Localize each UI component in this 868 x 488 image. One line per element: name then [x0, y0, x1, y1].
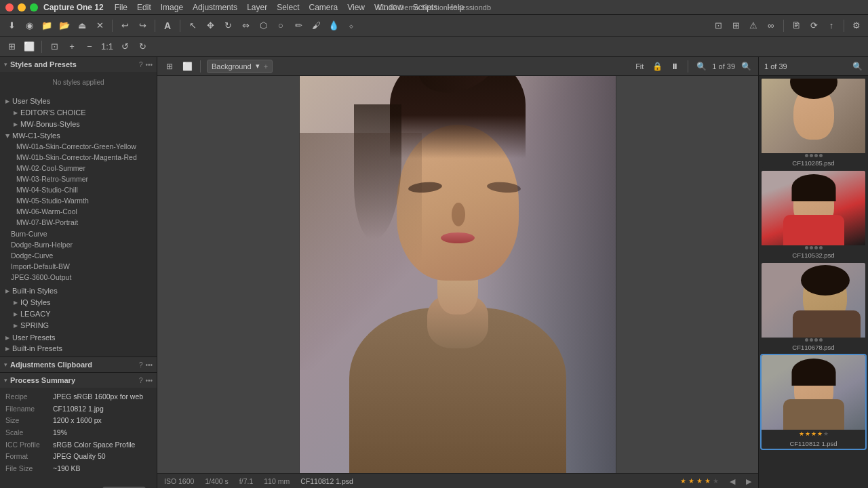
keystone-icon[interactable]: ⬡	[256, 18, 271, 33]
compare-icon[interactable]: ⊡	[711, 18, 726, 33]
search-icon[interactable]: 🔍	[694, 60, 708, 73]
proc-help-icon[interactable]: ?	[139, 377, 143, 384]
menu-select[interactable]: Select	[277, 3, 299, 12]
redo-icon[interactable]: ↪	[135, 18, 150, 33]
iq-styles-header[interactable]: ▶ IQ Styles	[0, 297, 157, 308]
style-mw-04[interactable]: MW-04-Studio-Chill	[0, 184, 157, 195]
rotate-icon[interactable]: ↻	[220, 18, 235, 33]
style-mw-05[interactable]: MW-05-Studio-Warmth	[0, 195, 157, 206]
rotate-ccw-icon[interactable]: ↺	[117, 39, 132, 54]
styles-presets-header[interactable]: ▾ Styles and Presets ? •••	[0, 57, 157, 72]
folder-open-icon[interactable]: 📂	[57, 18, 72, 33]
eject-icon[interactable]: ⏏	[75, 18, 90, 33]
spring-header[interactable]: ▶ SPRING	[0, 320, 157, 331]
single-view-btn[interactable]: ⬜	[180, 60, 194, 73]
adjustments-clipboard-header[interactable]: ▾ Adjustments Clipboard ? •••	[0, 357, 157, 372]
brush-icon[interactable]: 🖌	[309, 18, 323, 33]
style-mw-01a[interactable]: MW-01a-Skin-Corrector-Green-Yellow	[0, 141, 157, 152]
link-icon[interactable]: ∞	[764, 18, 778, 33]
menu-file[interactable]: File	[115, 3, 127, 12]
style-import-default[interactable]: Import-Default-BW	[0, 261, 157, 272]
filmstrip-item-cf110285[interactable]: CF110285.psd	[762, 79, 865, 168]
star-4[interactable]: ★	[705, 477, 711, 485]
zoom-in-icon[interactable]: +	[64, 39, 79, 54]
pause-icon[interactable]: ⏸	[668, 60, 682, 73]
folder-icon[interactable]: 📁	[39, 18, 54, 33]
cursor-icon[interactable]: ↖	[185, 18, 200, 33]
delete-icon[interactable]: ✕	[92, 18, 107, 33]
search-next-icon[interactable]: 🔍	[739, 60, 753, 73]
add-layer-icon[interactable]: +	[264, 62, 268, 70]
filmstrip-item-cf110532[interactable]: CF110532.psd	[762, 171, 865, 260]
text-icon[interactable]: A	[160, 18, 175, 33]
style-mw-07[interactable]: MW-07-BW-Portrait	[0, 217, 157, 228]
single-view-icon[interactable]: ⬜	[22, 39, 37, 54]
import-icon[interactable]: ⬇	[4, 18, 19, 33]
builtin-presets-header[interactable]: ▶ Built-in Presets	[0, 343, 157, 354]
sync-icon[interactable]: ⟳	[806, 18, 821, 33]
zoom-out-icon[interactable]: −	[82, 39, 97, 54]
layer-selector[interactable]: Background ▾ +	[207, 60, 273, 73]
close-button[interactable]	[5, 3, 14, 12]
upload-icon[interactable]: ↑	[824, 18, 839, 33]
mw-bonus-header[interactable]: ▶ MW-Bonus-Styles	[0, 119, 157, 129]
style-burn-curve[interactable]: Burn-Curve	[0, 228, 157, 239]
proc-more-icon[interactable]: •••	[145, 377, 153, 384]
status-nav-right[interactable]: ▶	[746, 477, 751, 485]
fullscreen-button[interactable]	[30, 3, 38, 12]
mw-c1-header[interactable]: ▶ MW-C1-Styles	[0, 130, 157, 141]
filmstrip-item-cf110812[interactable]: ★ ★ ★ ★ ★ CF110812 1.psd	[762, 355, 865, 449]
minimize-button[interactable]	[18, 3, 26, 12]
menu-layer[interactable]: Layer	[247, 3, 267, 12]
adj-more-icon[interactable]: •••	[145, 361, 153, 369]
flip-icon[interactable]: ⇔	[238, 18, 253, 33]
legacy-header[interactable]: ▶ LEGACY	[0, 308, 157, 319]
zoom-actual-icon[interactable]: 1:1	[100, 39, 115, 54]
style-mw-03[interactable]: MW-03-Retro-Summer	[0, 174, 157, 184]
zoom-fit-icon[interactable]: ⊡	[47, 39, 62, 54]
rating-stars[interactable]: ★ ★ ★ ★ ★	[680, 477, 719, 485]
filmstrip-search-icon[interactable]: 🔍	[852, 62, 863, 71]
menu-image[interactable]: Image	[161, 3, 183, 12]
style-mw-02[interactable]: MW-02-Cool-Summer	[0, 163, 157, 174]
style-mw-01b[interactable]: MW-01b-Skin-Corrector-Magenta-Red	[0, 152, 157, 163]
move-icon[interactable]: ✥	[203, 18, 218, 33]
star-3[interactable]: ★	[696, 477, 703, 485]
style-dodge-curve[interactable]: Dodge-Curve	[0, 250, 157, 261]
tool5-icon[interactable]: ⬦	[344, 18, 359, 33]
process-summary-header[interactable]: ▾ Process Summary ? •••	[0, 373, 157, 388]
user-presets-header[interactable]: ▶ User Presets	[0, 332, 157, 343]
menu-adjustments[interactable]: Adjustments	[193, 3, 237, 12]
undo-icon[interactable]: ↩	[117, 18, 132, 33]
capture-icon[interactable]: ◉	[22, 18, 37, 33]
pen-icon[interactable]: ✏	[291, 18, 306, 33]
rotate-cw-icon[interactable]: ↻	[135, 39, 150, 54]
user-styles-header[interactable]: ▶ User Styles	[0, 96, 157, 106]
builtin-styles-header[interactable]: ▶ Built-in Styles	[0, 285, 157, 296]
warning-icon[interactable]: ⚠	[746, 18, 761, 33]
eyedropper-icon[interactable]: 💧	[326, 18, 341, 33]
editors-choice-header[interactable]: ▶ EDITOR'S CHOICE	[0, 107, 157, 118]
traffic-lights[interactable]	[5, 3, 38, 12]
adj-help-icon[interactable]: ?	[139, 361, 143, 369]
more-icon[interactable]: •••	[145, 61, 153, 68]
grid-view-icon[interactable]: ⊞	[4, 39, 19, 54]
filmstrip-item-cf110678[interactable]: CF110678.psd	[762, 263, 865, 352]
help-icon[interactable]: ?	[139, 61, 143, 68]
export-icon[interactable]: 🖹	[789, 18, 804, 33]
grid-icon[interactable]: ⊞	[728, 18, 743, 33]
circle-icon[interactable]: ○	[273, 18, 288, 33]
menu-edit[interactable]: Edit	[137, 3, 151, 12]
grid-view-btn[interactable]: ⊞	[163, 60, 176, 73]
star-1[interactable]: ★	[680, 477, 686, 485]
settings-icon[interactable]: ⚙	[849, 18, 864, 33]
star-2[interactable]: ★	[688, 477, 694, 485]
star-5[interactable]: ★	[713, 477, 719, 485]
status-nav-left[interactable]: ◀	[730, 477, 735, 485]
style-mw-06[interactable]: MW-06-Warm-Cool	[0, 206, 157, 217]
style-dodge-burn[interactable]: Dodge-Burn-Helper	[0, 239, 157, 250]
menu-camera[interactable]: Camera	[309, 3, 338, 12]
style-jpeg-output[interactable]: JPEG-3600-Output	[0, 272, 157, 283]
menu-view[interactable]: View	[347, 3, 365, 12]
lock-icon[interactable]: 🔒	[650, 60, 664, 73]
